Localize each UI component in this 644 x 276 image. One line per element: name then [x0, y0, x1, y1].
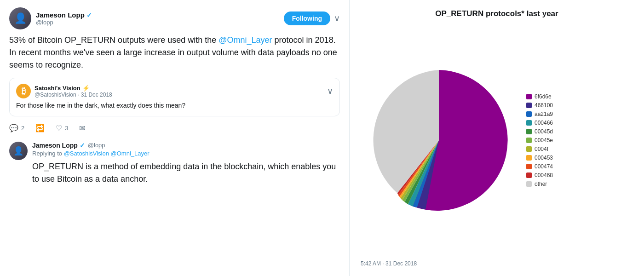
author-name-text: Jameson Lopp: [36, 11, 85, 19]
legend-label-other: other: [535, 181, 547, 187]
legend-item-0004f: 0004f: [526, 146, 553, 152]
legend-item-000474: 000474: [526, 163, 553, 170]
chart-area: 6f6d6e 466100 aa21a9 000466 00045d 00045…: [361, 26, 633, 255]
replying-to-text: Replying to: [32, 150, 62, 157]
legend-label-466100: 466100: [535, 102, 553, 109]
legend-color-other: [526, 181, 532, 187]
more-options-button[interactable]: ∨: [334, 13, 340, 23]
reply-header: Jameson Lopp ✓ @lopp: [32, 142, 340, 149]
quoted-tweet[interactable]: ₿ Satoshi's Vision ⚡ @SatoshisVision · 3…: [9, 78, 340, 116]
tweet-actions-bar: 💬 2 🔁 ♡ 3 ✉: [9, 124, 340, 132]
mail-action[interactable]: ✉: [79, 124, 85, 132]
legend-item-other: other: [526, 181, 553, 187]
lightning-icon: ⚡: [82, 85, 90, 92]
legend-label-aa21a9: aa21a9: [535, 111, 553, 117]
legend-item-00045e: 00045e: [526, 137, 553, 144]
tweet-body-text-1: 53% of Bitcoin OP_RETURN outputs were us…: [9, 35, 218, 45]
chart-title: OP_RETURN protocols* last year: [361, 9, 633, 18]
legend-label-000453: 000453: [535, 155, 553, 161]
reply-name-text: Jameson Lopp: [32, 142, 78, 149]
chart-legend: 6f6d6e 466100 aa21a9 000466 00045d 00045…: [526, 93, 553, 187]
legend-color-000453: [526, 155, 532, 161]
legend-item-aa21a9: aa21a9: [526, 111, 553, 117]
tweet-header-actions: Following ∨: [284, 12, 340, 25]
quoted-handle-date: @SatoshisVision · 31 Dec 2018: [34, 92, 112, 98]
quoted-tweet-header: ₿ Satoshi's Vision ⚡ @SatoshisVision · 3…: [16, 84, 333, 98]
mail-icon: ✉: [79, 124, 85, 132]
legend-color-466100: [526, 103, 532, 108]
replying-to-label: Replying to @SatoshisVision @Omni_Layer: [32, 150, 340, 157]
replying-to-mention2[interactable]: @Omni_Layer: [111, 150, 150, 157]
legend-color-00045e: [526, 138, 532, 143]
author-avatar: 👤: [9, 7, 31, 29]
reply-author-name: Jameson Lopp ✓: [32, 142, 85, 149]
legend-item-000453: 000453: [526, 155, 553, 161]
bitcoin-icon: ₿: [22, 86, 26, 96]
pie-svg: [361, 62, 517, 218]
verified-badge-icon: ✓: [86, 12, 92, 19]
legend-item-6f6d6e: 6f6d6e: [526, 93, 553, 100]
omni-layer-mention[interactable]: @Omni_Layer: [218, 35, 272, 45]
legend-color-000474: [526, 164, 532, 169]
replying-to-mention1[interactable]: @SatoshisVision: [64, 150, 109, 157]
legend-color-6f6d6e: [526, 94, 532, 99]
main-tweet-body: 53% of Bitcoin OP_RETURN outputs were us…: [9, 34, 340, 71]
legend-label-00045d: 00045d: [535, 128, 553, 135]
author-display-name: Jameson Lopp ✓: [36, 11, 92, 19]
legend-item-00045d: 00045d: [526, 128, 553, 135]
legend-label-6f6d6e: 6f6d6e: [535, 93, 552, 100]
reply-section: 👤 Jameson Lopp ✓ @lopp Replying to @Sato…: [9, 142, 340, 185]
reply-author-avatar: 👤: [9, 142, 28, 160]
legend-label-000468: 000468: [535, 172, 553, 178]
author-user-info: Jameson Lopp ✓ @lopp: [36, 11, 92, 26]
legend-color-00045d: [526, 129, 532, 134]
main-tweet-header: 👤 Jameson Lopp ✓ @lopp Following ∨: [9, 7, 340, 29]
following-button[interactable]: Following: [284, 12, 330, 25]
legend-color-000468: [526, 172, 532, 178]
reply-handle: @lopp: [88, 142, 105, 149]
author-info-left: 👤 Jameson Lopp ✓ @lopp: [9, 7, 92, 29]
retweet-action[interactable]: 🔁: [35, 124, 45, 132]
legend-item-000466: 000466: [526, 120, 553, 126]
retweet-icon: 🔁: [35, 124, 45, 132]
quoted-author-left: ₿ Satoshi's Vision ⚡ @SatoshisVision · 3…: [16, 84, 112, 98]
quoted-more-options-button[interactable]: ∨: [327, 86, 333, 96]
pie-chart: [361, 62, 517, 218]
legend-color-000466: [526, 120, 532, 126]
like-count: 3: [65, 125, 68, 132]
reply-avatar-col: 👤: [9, 142, 28, 185]
reply-count: 2: [21, 125, 24, 132]
chart-timestamp: 5:42 AM · 31 Dec 2018: [361, 260, 633, 267]
quoted-name-text: Satoshi's Vision: [34, 85, 80, 92]
quoted-tweet-body: For those like me in the dark, what exac…: [16, 101, 333, 110]
quoted-user-info: Satoshi's Vision ⚡ @SatoshisVision · 31 …: [34, 85, 112, 98]
legend-label-000466: 000466: [535, 120, 553, 126]
quoted-author-avatar: ₿: [16, 84, 31, 98]
reply-action[interactable]: 💬 2: [9, 124, 24, 132]
legend-color-aa21a9: [526, 111, 532, 117]
legend-item-000468: 000468: [526, 172, 553, 178]
author-handle: @lopp: [36, 19, 92, 26]
legend-item-466100: 466100: [526, 102, 553, 109]
tweet-thread-panel: 👤 Jameson Lopp ✓ @lopp Following ∨ 53% o…: [0, 0, 350, 276]
quoted-date: 31 Dec 2018: [81, 92, 112, 98]
heart-icon: ♡: [56, 124, 62, 132]
quoted-handle: @SatoshisVision: [34, 92, 76, 98]
reply-content: Jameson Lopp ✓ @lopp Replying to @Satosh…: [32, 142, 340, 185]
like-action[interactable]: ♡ 3: [56, 124, 68, 132]
reply-verified-badge: ✓: [80, 142, 85, 149]
quoted-display-name: Satoshi's Vision ⚡: [34, 85, 112, 92]
reply-body-text: OP_RETURN is a method of embedding data …: [32, 161, 340, 185]
legend-label-000474: 000474: [535, 163, 553, 170]
reply-icon: 💬: [9, 124, 18, 132]
legend-color-0004f: [526, 146, 532, 152]
legend-label-0004f: 0004f: [535, 146, 548, 152]
chart-panel: OP_RETURN protocols* last year: [350, 0, 644, 276]
legend-label-00045e: 00045e: [535, 137, 553, 144]
